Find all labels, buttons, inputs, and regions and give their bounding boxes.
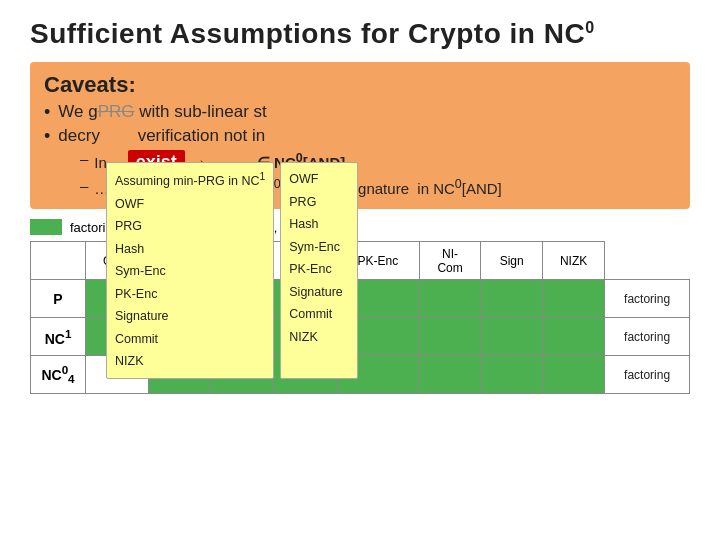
cell-nc04-nizk: [543, 356, 605, 394]
cell-nc04-sign: [481, 356, 543, 394]
cell-nc1-nicom: [419, 318, 481, 356]
menu-symenc-2[interactable]: Sym-Enc: [289, 236, 349, 259]
title-text: Sufficient Assumptions for Crypto in NC: [30, 18, 585, 49]
menu-prg-2[interactable]: PRG: [289, 191, 349, 214]
legend-color-box: [30, 219, 62, 235]
caveats-section: Caveats: Assuming min-PRG in NC1 OWF PRG…: [30, 62, 690, 209]
menu-commit-1[interactable]: Commit: [115, 328, 265, 351]
cell-nc04-nicom: [419, 356, 481, 394]
caveats-heading: Caveats:: [44, 72, 676, 98]
cell-p-nizk: [543, 280, 605, 318]
cell-nc1-nizk: [543, 318, 605, 356]
col-factoring-header: [605, 242, 690, 280]
tooltip-right: OWF PRG Hash Sym-Enc PK-Enc Signature Co…: [280, 162, 358, 379]
menu-pkenc-1[interactable]: PK-Enc: [115, 283, 265, 306]
menu-nizk-2[interactable]: NIZK: [289, 326, 349, 349]
col-sign: Sign: [481, 242, 543, 280]
tooltip-left: Assuming min-PRG in NC1 OWF PRG Hash Sym…: [106, 162, 274, 379]
row-label-nc1: NC1: [31, 318, 86, 356]
cell-p-sign: [481, 280, 543, 318]
bullet-1: We gPRG with sub-linear st: [44, 102, 676, 123]
menu-commit-2[interactable]: Commit: [289, 303, 349, 326]
menu-hash-1[interactable]: Hash: [115, 238, 265, 261]
row-label-nc04: NC04: [31, 356, 86, 394]
menu-hash-2[interactable]: Hash: [289, 213, 349, 236]
factoring-nc1: factoring: [605, 318, 690, 356]
menu-prg-1[interactable]: PRG: [115, 215, 265, 238]
menu-signature-1[interactable]: Signature: [115, 305, 265, 328]
slide-title: Sufficient Assumptions for Crypto in NC0: [30, 18, 690, 50]
menu-signature-2[interactable]: Signature: [289, 281, 349, 304]
bullet-2-text: decry verification not in: [58, 126, 265, 146]
menu-owf-1[interactable]: OWF: [115, 193, 265, 216]
factoring-nc04: factoring: [605, 356, 690, 394]
cell-nc1-sign: [481, 318, 543, 356]
menu-symenc-1[interactable]: Sym-Enc: [115, 260, 265, 283]
table-corner: [31, 242, 86, 280]
title-superscript: 0: [585, 19, 594, 36]
col-nicom: NI-Com: [419, 242, 481, 280]
cell-p-nicom: [419, 280, 481, 318]
menu-nizk-1[interactable]: NIZK: [115, 350, 265, 373]
row-label-p: P: [31, 280, 86, 318]
menu-owf-2[interactable]: OWF: [289, 168, 349, 191]
tooltip-left-label: Assuming min-PRG in NC1: [115, 168, 265, 193]
factoring-p: factoring: [605, 280, 690, 318]
bullet-2: decry verification not in: [44, 126, 676, 147]
col-nizk: NIZK: [543, 242, 605, 280]
menu-pkenc-2[interactable]: PK-Enc: [289, 258, 349, 281]
tooltip-overlay: Assuming min-PRG in NC1 OWF PRG Hash Sym…: [106, 162, 358, 379]
bullet-1-text: We gPRG with sub-linear st: [58, 102, 267, 122]
